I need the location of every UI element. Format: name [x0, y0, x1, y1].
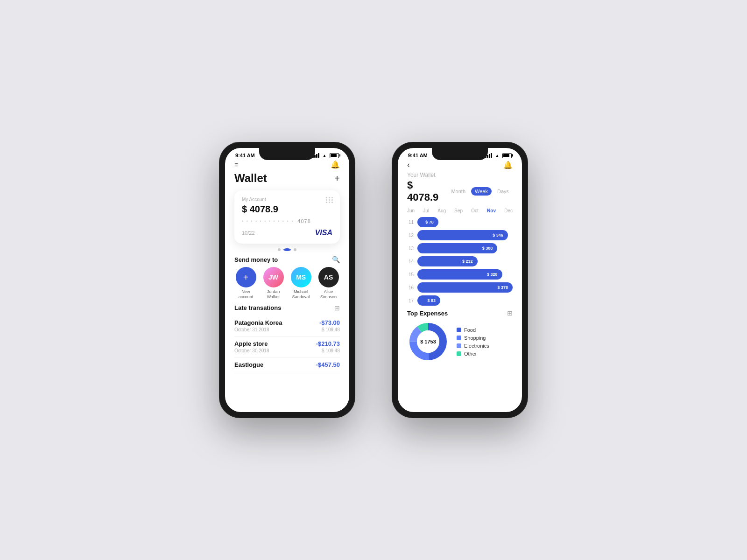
month-aug: Aug [437, 208, 446, 213]
bell-icon-2[interactable]: 🔔 [503, 161, 513, 169]
p1-title-row: Wallet + [234, 172, 340, 185]
bar-value-17: $ 83 [427, 298, 436, 303]
bar-fill-16: $ 378 [417, 282, 513, 293]
bar-fill-17: $ 83 [417, 295, 440, 306]
contacts-row: + Newaccount JW JordanWalker MS MichaelS… [234, 267, 340, 300]
michael-label: MichaelSandoval [292, 289, 310, 300]
bar-row-12: 12 $ 346 [407, 230, 513, 240]
tx-name-patagonia: Patagonia Korea [234, 319, 282, 326]
alice-avatar: AS [318, 267, 339, 287]
notch-1 [259, 148, 315, 160]
tx-amount-apple: -$210.73 [316, 340, 340, 347]
bar-container-11: $ 78 [417, 217, 513, 227]
bar-value-11: $ 78 [425, 220, 434, 224]
tx-name-eastlogue: Eastlogue [234, 361, 263, 368]
card-number-row: • • • • • • • • • • • • 4078 [242, 218, 332, 224]
new-account-label: Newaccount [239, 289, 254, 300]
legend-dot-shopping [457, 336, 461, 340]
calendar-icon[interactable]: ⊞ [334, 304, 340, 312]
card-grid-icon [326, 197, 333, 203]
phone-1-screen: 9:41 AM ▲ ≡ [225, 148, 349, 412]
tx-balance-patagonia: $ 109.48 [319, 327, 340, 332]
status-time-2: 9:41 AM [408, 153, 428, 158]
menu-icon[interactable]: ≡ [234, 161, 238, 168]
card-label: My Account [242, 197, 332, 202]
wifi-icon-1: ▲ [322, 153, 327, 158]
phones-container: 9:41 AM ▲ ≡ [219, 142, 528, 418]
top-expenses-section: Top Expenses ⊞ [407, 309, 513, 363]
bar-row-16: 16 $ 378 [407, 282, 513, 293]
bar-value-14: $ 232 [462, 259, 473, 264]
bars-container: 11 $ 78 12 $ 346 [407, 217, 513, 306]
phone-2-content: ‹ 🔔 Your Wallet $ 4078.9 Month Week Days… [398, 160, 522, 407]
bar-value-13: $ 308 [482, 246, 493, 251]
wifi-icon-2: ▲ [495, 153, 500, 158]
wallet-title: Wallet [234, 172, 267, 185]
p2-amount: $ 4078.9 [407, 179, 441, 203]
month-jul: Jul [423, 208, 429, 213]
card-expiry: 10/22 [242, 230, 255, 236]
donut-chart: $ 1753 [407, 321, 449, 363]
phone-1: 9:41 AM ▲ ≡ [219, 142, 355, 418]
add-card-button[interactable]: + [334, 173, 340, 184]
bar-fill-15: $ 328 [417, 269, 502, 280]
p1-header: ≡ 🔔 [234, 160, 340, 169]
contact-new[interactable]: + Newaccount [234, 267, 257, 300]
contact-jordan[interactable]: JW JordanWalker [262, 267, 285, 300]
bar-day-16: 16 [407, 285, 414, 290]
bar-day-17: 17 [407, 298, 414, 303]
transaction-apple: Apple store October 30 2018 -$210.73 $ 1… [234, 336, 340, 357]
phone-1-content: ≡ 🔔 Wallet + [225, 160, 349, 407]
notch-2 [432, 148, 488, 160]
bar-fill-12: $ 346 [417, 230, 508, 240]
bar-container-17: $ 83 [417, 295, 513, 306]
bar-fill-14: $ 232 [417, 256, 478, 266]
bank-card: My Account $ 4078.9 • • • • • • • • • • … [234, 190, 340, 244]
legend-label-food: Food [464, 327, 476, 333]
bar-day-12: 12 [407, 233, 414, 238]
bar-value-12: $ 346 [493, 233, 503, 238]
back-button[interactable]: ‹ [407, 160, 410, 170]
legend-label-shopping: Shopping [464, 335, 486, 341]
tx-amount-patagonia: -$73.00 [319, 319, 340, 326]
card-dots: • • • • • • • • • • • • [242, 219, 294, 224]
bar-day-14: 14 [407, 259, 414, 264]
expenses-calendar-icon[interactable]: ⊞ [507, 309, 513, 317]
legend-dot-food [457, 328, 461, 332]
tab-month[interactable]: Month [447, 187, 469, 196]
tx-date-patagonia: October 31 2018 [234, 327, 282, 332]
bar-row-13: 13 $ 308 [407, 243, 513, 253]
expenses-legend: Food Shopping Electronics [457, 327, 489, 357]
contact-alice[interactable]: AS AliceSimpson [317, 267, 340, 300]
pag-dot-1 [278, 248, 281, 251]
bar-fill-11: $ 78 [417, 217, 438, 227]
tab-week[interactable]: Week [471, 187, 492, 196]
card-last4: 4078 [297, 218, 310, 224]
tx-balance-apple: $ 109.48 [316, 348, 340, 353]
jordan-avatar: JW [263, 267, 284, 287]
months-row: Jun Jul Aug Sep Oct Nov Dec [407, 208, 513, 213]
tx-amount-eastlogue: -$457.50 [316, 361, 340, 368]
legend-food: Food [457, 327, 489, 333]
search-icon[interactable]: 🔍 [332, 256, 340, 263]
pag-dot-2[interactable] [283, 248, 291, 251]
contact-michael[interactable]: MS MichaelSandoval [289, 267, 312, 300]
battery-1 [330, 153, 339, 158]
status-time-1: 9:41 AM [235, 153, 255, 158]
legend-shopping: Shopping [457, 335, 489, 341]
bell-icon-1[interactable]: 🔔 [331, 160, 340, 169]
bar-row-17: 17 $ 83 [407, 295, 513, 306]
donut-total: $ 1753 [420, 339, 436, 344]
bar-day-15: 15 [407, 272, 414, 277]
p2-header: ‹ 🔔 [407, 160, 513, 170]
month-nov[interactable]: Nov [487, 208, 496, 213]
month-sep: Sep [454, 208, 463, 213]
jordan-label: JordanWalker [267, 289, 280, 300]
card-footer: 10/22 VISA [242, 229, 332, 237]
your-wallet-label: Your Wallet [407, 172, 513, 178]
card-pagination [234, 248, 340, 251]
michael-avatar: MS [291, 267, 311, 287]
transactions-header: Late transations ⊞ [234, 304, 340, 312]
donut-row: $ 1753 Food Shopping [407, 321, 513, 363]
tab-days[interactable]: Days [493, 187, 513, 196]
